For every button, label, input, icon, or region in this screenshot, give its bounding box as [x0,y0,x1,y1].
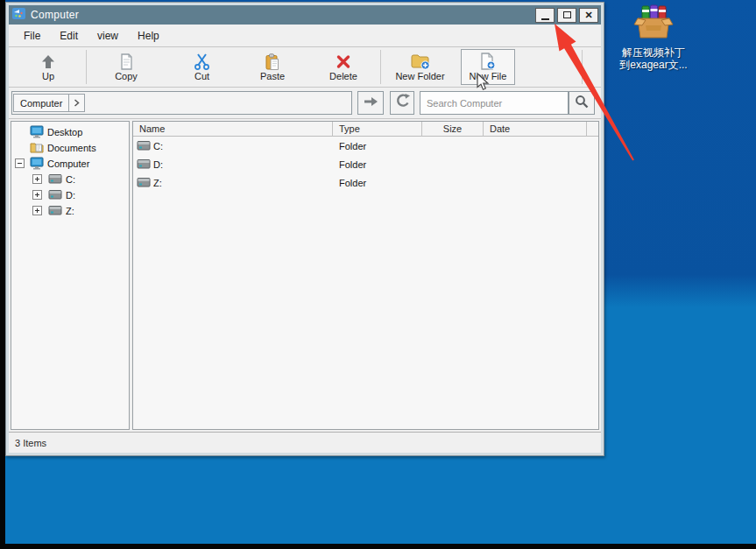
column-header-name[interactable]: Name [133,122,333,137]
refresh-button[interactable] [390,91,414,115]
search-icon [575,95,589,112]
close-button[interactable]: ✕ [579,8,598,23]
tree-label-drive-z: Z: [66,206,74,216]
window-title: Computer [31,9,533,21]
list-header: Name Type Size Date [133,122,598,137]
close-icon: ✕ [584,11,592,20]
address-path-field[interactable] [85,94,350,112]
cell-type: Folder [333,141,422,151]
copy-button[interactable]: Copy [87,47,166,87]
paste-label: Paste [260,71,285,81]
breadcrumb: Computer [11,91,352,115]
column-header-type[interactable]: Type [333,122,422,137]
menu-view[interactable]: view [88,27,128,45]
expand-expander-icon[interactable] [32,190,42,200]
table-row-drive-z[interactable]: Z: Folder [133,173,598,192]
column-header-date[interactable]: Date [484,122,587,137]
tree-item-drive-c[interactable]: C: [11,172,129,187]
toolbar-separator [582,50,583,84]
toolbar-spacer [517,47,582,87]
collapse-expander-icon[interactable] [15,158,25,168]
titlebar[interactable]: Computer ✕ [9,5,601,25]
shortcut-label-line2: 到exagear文... [613,59,694,71]
maximize-icon [563,11,571,18]
documents-folder-icon [30,141,44,155]
up-label: Up [42,71,54,81]
cell-name: C: [153,141,163,151]
delete-button[interactable]: Delete [307,47,380,87]
minimize-button[interactable] [535,8,555,23]
file-manager-window: Computer ✕ File Edit view Help Up [5,2,604,456]
status-item-count: 3 Items [15,438,46,448]
menu-help[interactable]: Help [128,27,169,45]
refresh-icon [395,94,410,112]
column-header-size[interactable]: Size [422,122,484,137]
new-file-icon [479,53,497,70]
drive-icon [48,205,62,217]
table-row-drive-d[interactable]: D: Folder [133,155,598,173]
drive-icon [137,177,151,189]
app-icon [12,7,25,23]
cut-label: Cut [194,71,209,81]
minimize-icon [541,18,549,20]
cell-type: Folder [333,178,422,188]
copy-document-icon [117,53,135,70]
cell-type: Folder [333,159,422,170]
status-bar: 3 Items [9,432,601,453]
expand-expander-icon[interactable] [32,174,42,184]
new-file-label: New File [470,71,507,81]
cell-name: D: [153,159,163,170]
winrar-archive-icon [633,4,674,46]
menu-file[interactable]: File [14,27,50,45]
delete-label: Delete [329,71,357,81]
clipboard-icon [264,53,281,70]
desktop-monitor-icon [30,125,44,140]
tree-item-drive-z[interactable]: Z: [11,203,129,219]
drive-icon [48,189,62,201]
drive-icon [137,140,151,152]
delete-x-icon [336,53,351,70]
tree-item-desktop[interactable]: Desktop [11,124,129,140]
menu-bar: File Edit view Help [9,25,601,47]
cut-button[interactable]: Cut [166,47,238,87]
new-folder-icon [411,53,430,70]
new-folder-button[interactable]: New Folder [381,47,459,87]
desktop-shortcut-winrar[interactable]: 解压视频补丁 到exagear文... [613,4,694,71]
tree-label-drive-d: D: [66,190,75,201]
search-button[interactable] [569,91,595,115]
breadcrumb-computer-button[interactable]: Computer [13,94,69,112]
search-input[interactable] [420,91,569,115]
tree-panel: Desktop Documents [11,121,130,430]
new-file-button[interactable]: New File [461,49,515,85]
cell-name: Z: [153,178,162,188]
menu-edit[interactable]: Edit [50,27,88,45]
tree-item-drive-d[interactable]: D: [11,187,129,203]
toolbar: Up Copy [9,47,601,88]
go-arrow-icon [364,95,378,112]
main-area: Desktop Documents [9,119,601,432]
table-row-drive-c[interactable]: C: Folder [133,137,598,155]
screen-edge-bottom [0,544,756,549]
paste-button[interactable]: Paste [238,47,307,87]
chevron-right-icon[interactable] [69,94,85,112]
tree-item-documents[interactable]: Documents [11,140,129,156]
column-header-filler [587,122,598,137]
up-arrow-icon [39,53,57,70]
copy-label: Copy [115,71,138,81]
tree-label-drive-c: C: [66,174,75,185]
desktop: 解压视频补丁 到exagear文... Computer ✕ [0,0,756,549]
go-button[interactable] [357,91,384,115]
computer-monitor-icon [30,157,44,172]
tree-item-computer[interactable]: Computer [11,156,129,172]
maximize-button[interactable] [557,8,576,23]
file-list-panel: Name Type Size Date [132,121,599,430]
drive-icon [137,158,151,171]
tree-label-documents: Documents [47,143,96,153]
expand-expander-icon[interactable] [32,206,42,215]
list-body: C: Folder [133,137,598,429]
shortcut-label-line1: 解压视频补丁 [613,46,694,59]
tree-label-computer: Computer [47,158,89,169]
up-button[interactable]: Up [11,47,86,87]
address-bar: Computer [9,88,601,119]
screen-edge-left [0,0,5,549]
